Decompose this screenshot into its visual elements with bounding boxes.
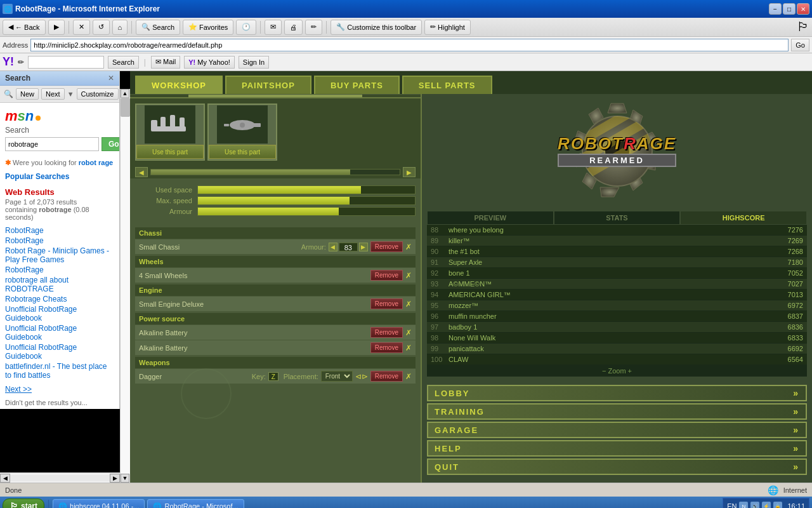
suggestion-link[interactable]: robot <box>79 159 98 166</box>
yahoo-search-button[interactable]: Search <box>108 56 139 69</box>
status-bar: Done 🌐 Internet <box>0 483 812 497</box>
msn-search-input[interactable] <box>5 137 99 151</box>
hs-tab-preview[interactable]: PREVIEW <box>427 211 554 225</box>
armour-increase[interactable]: ▶ <box>359 243 368 251</box>
hs-score: 7013 <box>771 291 803 298</box>
next-button[interactable]: Next <box>41 88 65 100</box>
globe-icon: 🌐 <box>768 485 778 495</box>
hs-row-92: 92 bone 1 7052 <box>427 268 807 279</box>
action-btn-help[interactable]: HELP» <box>427 440 807 457</box>
popular-searches-link[interactable]: Popular Searches <box>0 170 119 184</box>
sign-in-button[interactable]: Sign In <box>239 56 269 69</box>
separator-2 <box>131 21 132 34</box>
scroll-left-button[interactable]: ◀ <box>0 474 10 483</box>
customize-button[interactable]: 🔧 Customize this toolbar <box>331 20 422 35</box>
result-link-2[interactable]: Robot Rage - Miniclip Games - Play Free … <box>5 246 114 264</box>
edit-button[interactable]: ✏ <box>305 20 322 35</box>
use-claw-button[interactable]: Use this part <box>136 145 204 159</box>
scroll-down-button[interactable]: ▼ <box>121 474 129 483</box>
result-link-8[interactable]: Unofficial RobotRage Guidebook <box>5 343 114 361</box>
yahoo-search-input[interactable] <box>28 56 104 69</box>
action-btn-lobby[interactable]: LOBBY» <box>427 385 807 401</box>
result-link-5[interactable]: Robotrage Cheats <box>5 295 114 304</box>
print-button[interactable]: 🖨 <box>284 20 303 35</box>
sidebar-close-button[interactable]: ✕ <box>108 74 114 83</box>
game-tab-sell-parts[interactable]: SELL PARTS <box>402 76 492 94</box>
horizontal-scrollbar[interactable]: ◀ ▶ <box>0 472 120 483</box>
svg-rect-7 <box>224 124 229 126</box>
hs-row-95: 95 mozzer™ 6972 <box>427 300 807 311</box>
highlight-button[interactable]: ✏ Highlight <box>424 20 471 35</box>
result-link-4[interactable]: robotrage all about ROBOTRAGE <box>5 276 114 293</box>
maximize-button[interactable]: □ <box>783 3 796 15</box>
taskbar-item-1[interactable]: 🌐 highscore 04.11.06 -... <box>53 499 145 508</box>
action-btn-training[interactable]: TRAINING» <box>427 403 807 420</box>
taskbar-item-2[interactable]: 🌐 RobotRage - Microsof... <box>147 499 244 508</box>
game-tab-workshop[interactable]: WORKSHOP <box>135 76 223 94</box>
parts-scroll-left[interactable]: ◀ <box>135 167 148 177</box>
use-weapon-button[interactable]: Use this part <box>209 145 276 159</box>
msn-go-button[interactable]: Go <box>102 137 120 151</box>
home-button[interactable]: ⌂ <box>112 20 128 35</box>
remove-chassi-button[interactable]: Remove <box>370 241 403 252</box>
history-button[interactable]: 🕐 <box>236 20 256 35</box>
result-link-1[interactable]: RobotRage <box>5 236 114 245</box>
game-tab-buy-parts[interactable]: BUY PARTS <box>314 76 400 94</box>
forward-button[interactable]: ▶ <box>48 20 65 35</box>
hs-row-98: 98 None Will Walk 6833 <box>427 333 807 344</box>
remove-battery1-button[interactable]: Remove <box>370 327 403 338</box>
zoom-control[interactable]: − Zoom + <box>427 365 807 377</box>
hs-tab-highscore[interactable]: HIGHSCORE <box>680 211 807 225</box>
search-button[interactable]: 🔍 Search <box>136 20 180 35</box>
minimize-button[interactable]: − <box>769 3 782 15</box>
scroll-track <box>121 98 130 474</box>
scroll-up-button[interactable]: ▲ <box>121 89 129 98</box>
start-button[interactable]: 🏳 start <box>3 498 44 508</box>
hs-tab-stats[interactable]: STATS <box>554 211 681 225</box>
hs-rank: 92 <box>431 269 449 277</box>
hs-name: where you belong <box>449 226 771 234</box>
action-arrow-icon: » <box>793 443 799 453</box>
msn-dot <box>36 116 41 121</box>
result-link-6[interactable]: Unofficial RobotRage Guidebook <box>5 305 114 323</box>
armour-decrease[interactable]: ◀ <box>329 243 337 251</box>
next-results-link[interactable]: Next >> <box>0 382 119 396</box>
scroll-right-button[interactable]: ▶ <box>110 474 120 483</box>
customize-sidebar-button[interactable]: Customize <box>77 88 119 100</box>
my-yahoo-button[interactable]: Y! My Yahoo! <box>184 56 235 69</box>
refresh-button[interactable]: ↺ <box>93 20 110 35</box>
go-button[interactable]: Go <box>791 39 809 51</box>
engine-section-label: Engine <box>135 284 416 296</box>
ie-icon-2: 🌐 <box>153 502 162 509</box>
remove-weapon-button[interactable]: Remove <box>370 371 403 382</box>
parts-scroll-right[interactable]: ▶ <box>403 167 416 177</box>
hs-name: Super Axle <box>449 258 771 266</box>
address-input[interactable] <box>30 39 789 51</box>
stop-button[interactable]: ✕ <box>73 20 90 35</box>
hs-row-90: 90 the #1 bot 7268 <box>427 246 807 257</box>
remove-battery2-button[interactable]: Remove <box>370 342 403 353</box>
search-toolbar-icon: 🔍 <box>4 90 13 98</box>
result-link-7[interactable]: Unofficial RobotRage Guidebook <box>5 324 114 342</box>
suggestion-link-2[interactable]: rage <box>98 159 113 166</box>
highlight-icon: ✏ <box>430 23 436 31</box>
close-button[interactable]: ✕ <box>797 3 809 15</box>
hs-name: panicattack <box>449 345 771 352</box>
new-search-button[interactable]: New <box>16 88 39 100</box>
mail-button[interactable]: ✉ <box>265 20 282 35</box>
favorites-button[interactable]: ⭐ Favorites <box>183 20 233 35</box>
back-button[interactable]: ◀ ← Back <box>3 20 46 35</box>
internet-zone: Internet <box>783 486 807 494</box>
result-link-9[interactable]: battlefinder.nl - The best place to find… <box>5 362 114 380</box>
game-tab-paintshop[interactable]: PAINTSHOP <box>225 76 311 94</box>
remove-wheels-button[interactable]: Remove <box>370 270 403 281</box>
action-btn-quit[interactable]: QUIT» <box>427 458 807 475</box>
yahoo-mail-button[interactable]: ✉ Mail <box>151 56 180 69</box>
result-link-3[interactable]: RobotRage <box>5 265 114 274</box>
h-scroll-track <box>10 475 110 481</box>
result-link-0[interactable]: RobotRage <box>5 226 114 235</box>
remove-engine-button[interactable]: Remove <box>370 298 403 309</box>
sidebar-scrollbar[interactable]: ▲ ▼ <box>120 89 130 483</box>
placement-select[interactable]: Front Back <box>321 371 353 382</box>
action-btn-garage[interactable]: GARAGE» <box>427 422 807 438</box>
